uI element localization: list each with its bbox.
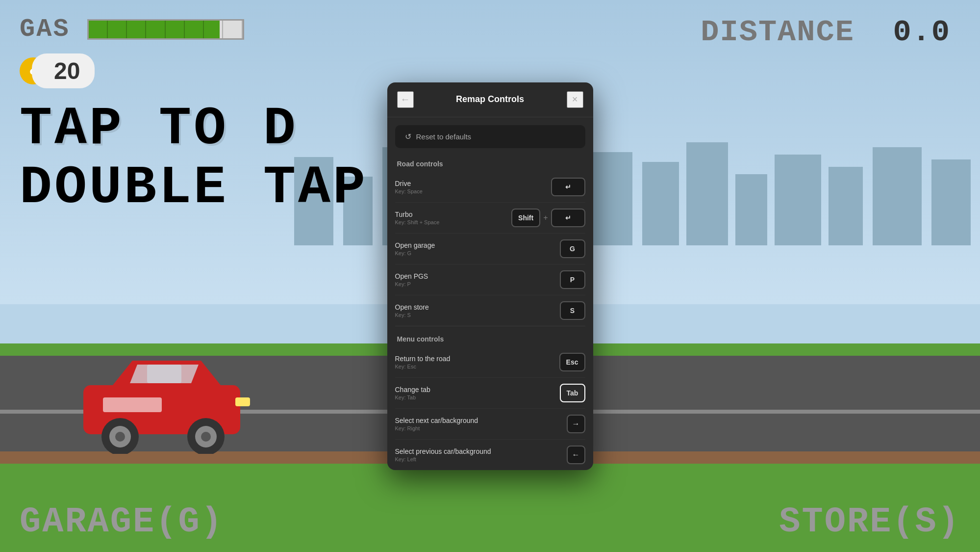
open-pgs-info: Open PGS Key: P [395,272,428,287]
s-label: S [570,307,575,315]
prev-car-key-binding: ← [567,446,585,464]
enter-icon-turbo: ↵ [565,214,571,222]
road-controls-section-label: Road controls [387,156,593,172]
esc-key-button[interactable]: Esc [559,353,585,371]
open-garage-control-row: Open garage Key: G G [395,234,585,264]
drive-hint: Key: Space [395,188,423,194]
shift-label: Shift [518,214,533,222]
modal-header: ← Remap Controls × [387,82,593,117]
return-road-label: Return to the road [395,355,451,363]
turbo-space-key-button[interactable]: ↵ [551,209,585,227]
drive-control-info: Drive Key: Space [395,180,423,194]
prev-car-hint: Key: Left [395,456,491,462]
open-pgs-control-row: Open PGS Key: P P [395,264,585,295]
tab-label: Tab [567,389,578,397]
change-tab-hint: Key: Tab [395,394,430,400]
next-car-label: Select next car/background [395,417,478,424]
open-garage-key-binding: G [560,239,585,258]
open-store-key-binding: S [560,301,585,320]
return-road-hint: Key: Esc [395,364,451,369]
prev-car-info: Select previous car/background Key: Left [395,447,491,462]
modal-close-button[interactable]: × [567,91,583,108]
remap-controls-modal: ← Remap Controls × ↺ Reset to defaults R… [387,82,593,470]
p-label: P [570,276,575,284]
left-arrow-icon: ← [572,450,580,459]
open-garage-info: Open garage Key: G [395,241,435,256]
return-road-key-binding: Esc [559,353,585,371]
open-store-info: Open store Key: S [395,303,429,318]
g-key-button[interactable]: G [560,239,585,258]
open-pgs-key-binding: P [560,270,585,289]
drive-key-binding: ↵ [551,178,585,196]
menu-controls-section: Return to the road Key: Esc Esc Change t… [387,347,593,470]
turbo-hint: Key: Shift + Space [395,219,440,225]
drive-control-row: Drive Key: Space ↵ [395,172,585,203]
open-garage-hint: Key: G [395,250,435,256]
change-tab-label: Change tab [395,386,430,394]
open-pgs-hint: Key: P [395,281,428,287]
right-arrow-icon: → [572,420,580,428]
open-pgs-label: Open PGS [395,272,428,280]
tab-key-button[interactable]: Tab [560,384,585,402]
open-store-hint: Key: S [395,312,429,318]
p-key-button[interactable]: P [560,270,585,289]
open-store-label: Open store [395,303,429,311]
prev-car-label: Select previous car/background [395,447,491,455]
turbo-key-binding: Shift + ↵ [511,209,585,227]
turbo-control-info: Turbo Key: Shift + Space [395,210,440,225]
turbo-control-row: Turbo Key: Shift + Space Shift + ↵ [395,203,585,234]
g-label: G [570,245,575,253]
open-store-control-row: Open store Key: S S [395,295,585,326]
esc-label: Esc [566,358,578,366]
modal-title: Remap Controls [456,94,524,105]
shift-key-button[interactable]: Shift [511,209,540,227]
change-tab-info: Change tab Key: Tab [395,386,430,400]
next-car-info: Select next car/background Key: Right [395,417,478,431]
section-divider [395,326,585,326]
drive-label: Drive [395,180,423,187]
next-car-hint: Key: Right [395,425,478,431]
right-arrow-key-button[interactable]: → [567,415,585,433]
enter-icon: ↵ [565,183,571,191]
reset-label: Reset to defaults [416,132,472,141]
modal-body[interactable]: ↺ Reset to defaults Road controls Drive … [387,117,593,470]
drive-key-button[interactable]: ↵ [551,178,585,196]
menu-controls-section-label: Menu controls [387,331,593,347]
prev-car-control-row: Select previous car/background Key: Left… [395,440,585,470]
reset-icon: ↺ [405,132,411,141]
open-garage-label: Open garage [395,241,435,249]
road-controls-section: Drive Key: Space ↵ Turbo Key: Shift + Sp… [387,172,593,326]
modal-overlay: ← Remap Controls × ↺ Reset to defaults R… [0,0,980,552]
return-road-control-row: Return to the road Key: Esc Esc [395,347,585,378]
close-icon: × [572,94,578,105]
change-tab-key-binding: Tab [560,384,585,402]
plus-separator: + [543,213,548,222]
modal-back-button[interactable]: ← [397,91,414,108]
reset-to-defaults-button[interactable]: ↺ Reset to defaults [395,125,585,148]
turbo-label: Turbo [395,210,440,218]
s-key-button[interactable]: S [560,301,585,320]
next-car-control-row: Select next car/background Key: Right → [395,409,585,440]
next-car-key-binding: → [567,415,585,433]
left-arrow-key-button[interactable]: ← [567,446,585,464]
back-icon: ← [401,94,410,105]
change-tab-control-row: Change tab Key: Tab Tab [395,378,585,409]
return-road-info: Return to the road Key: Esc [395,355,451,369]
